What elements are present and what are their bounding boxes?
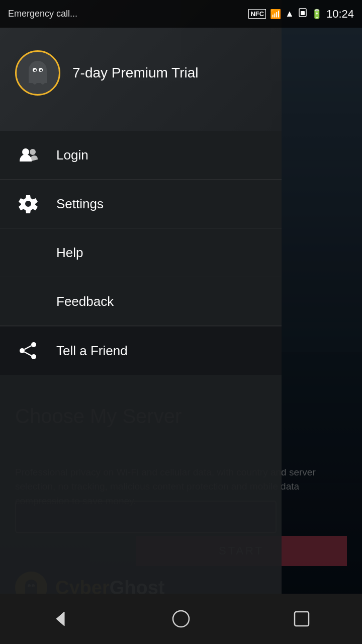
svg-line-24: [25, 346, 32, 350]
sidebar-item-settings[interactable]: Settings: [0, 180, 282, 228]
battery-icon: 🔋: [311, 9, 322, 20]
share-icon: [18, 341, 38, 361]
sim-icon: [298, 8, 307, 20]
tell-a-friend-label: Tell a Friend: [56, 343, 128, 359]
sidebar-item-tell-a-friend[interactable]: Tell a Friend: [0, 326, 282, 375]
svg-point-16: [34, 69, 36, 71]
recents-button[interactable]: [287, 604, 317, 634]
back-button[interactable]: [45, 604, 75, 634]
avatar[interactable]: [15, 50, 60, 96]
status-bar: Emergency call... NFC 📶 ▲ 🔋 10:24: [0, 0, 362, 28]
back-icon: [49, 608, 71, 630]
carrier-text: Emergency call...: [8, 9, 77, 19]
help-icon: [18, 243, 38, 263]
drawer-menu: Login Settings Help Fee: [0, 131, 282, 594]
home-button[interactable]: [166, 604, 196, 634]
sidebar-item-login[interactable]: Login: [0, 131, 282, 179]
svg-point-17: [40, 69, 42, 71]
svg-point-21: [31, 342, 36, 347]
drawer-scrim[interactable]: [282, 0, 362, 594]
status-icons: NFC 📶 ▲ 🔋 10:24: [248, 8, 354, 21]
sidebar-item-feedback[interactable]: Feedback: [0, 277, 282, 326]
svg-point-20: [25, 201, 31, 207]
navigation-drawer: 7-day Premium Trial Login: [0, 0, 282, 594]
recents-icon: [291, 608, 313, 630]
svg-point-23: [31, 354, 36, 359]
svg-point-18: [22, 148, 29, 155]
svg-marker-32: [56, 612, 64, 626]
home-icon: [170, 608, 192, 630]
bottom-navigation: [0, 594, 362, 644]
feedback-label: Feedback: [56, 294, 114, 309]
wifi-icon: ▲: [285, 9, 294, 19]
svg-point-33: [173, 611, 189, 627]
settings-label: Settings: [56, 196, 104, 212]
people-icon: [18, 145, 38, 165]
svg-line-25: [25, 352, 32, 356]
help-label: Help: [56, 245, 83, 261]
gear-icon: [18, 194, 38, 214]
feedback-icon: [18, 291, 38, 311]
time-display: 10:24: [326, 8, 354, 21]
svg-rect-11: [301, 11, 305, 15]
nfc-icon: NFC: [248, 9, 266, 19]
login-label: Login: [56, 147, 88, 163]
svg-point-22: [20, 348, 25, 353]
svg-point-19: [30, 149, 36, 155]
ghost-icon: [24, 59, 52, 87]
sidebar-item-help[interactable]: Help: [0, 228, 282, 277]
signal-icon: 📶: [270, 9, 281, 20]
svg-rect-34: [295, 612, 309, 626]
drawer-title: 7-day Premium Trial: [72, 65, 199, 81]
